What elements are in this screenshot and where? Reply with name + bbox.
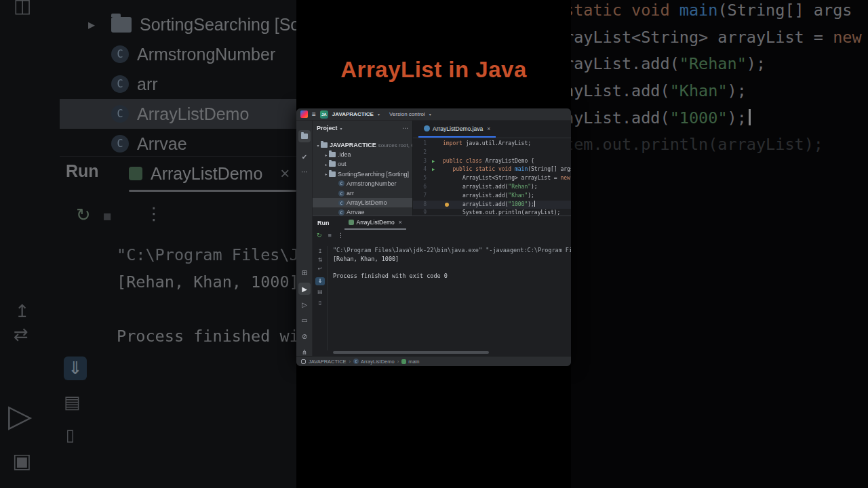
rerun-icon[interactable]: ↻	[317, 232, 322, 239]
project-selector[interactable]: JAVAPRACTICE	[332, 111, 374, 117]
breadcrumb-method[interactable]: main	[408, 359, 419, 365]
run-gutter-icon[interactable]: ▶	[430, 157, 437, 166]
up-icon[interactable]: ↥	[315, 247, 325, 256]
java-file-icon	[424, 125, 430, 131]
chevron-icon: ▸	[88, 16, 111, 33]
chevron-icon: ▾	[315, 143, 321, 148]
stop-icon[interactable]: ■	[328, 232, 332, 239]
print-icon[interactable]: ▤	[315, 288, 325, 296]
code-editor[interactable]: 1import java.util.ArrayList;23▶public cl…	[413, 138, 571, 216]
debug-icon[interactable]: ▷	[298, 298, 311, 310]
folder-icon	[329, 161, 336, 167]
run-tool-icon[interactable]: ▶	[298, 283, 311, 295]
project-tree-item[interactable]: ▸out	[313, 159, 412, 169]
breadcrumb-project[interactable]: JAVAPRACTICE	[309, 359, 347, 365]
close-icon[interactable]: ×	[399, 219, 402, 226]
code-line[interactable]: 7 arrayList.add("Khan");	[413, 192, 571, 201]
run-tab-label: ArrayListDemo	[357, 219, 395, 226]
project-tree-item[interactable]: ▸.idea	[313, 150, 412, 159]
project-tree-item[interactable]: ▾JAVAPRACTICEsources root, C:\	[313, 140, 412, 150]
code-token: );	[747, 54, 766, 73]
code-line[interactable]: 4▶ public static void main(String[] args…	[413, 165, 571, 174]
console-line: [Rehan, Khan, 1000]	[333, 255, 571, 264]
chevron-right-icon: ›	[349, 359, 351, 365]
more-icon[interactable]: ⋮	[338, 232, 344, 239]
folder-icon	[301, 134, 308, 139]
build-icon[interactable]: ⊞	[298, 266, 311, 279]
chevron-down-icon: ▾	[340, 126, 342, 131]
code-token: "1000"	[508, 201, 528, 207]
tree-item-label: ArmstrongNumber	[347, 180, 397, 187]
project-tree-item[interactable]: CArrvae	[313, 207, 412, 216]
editor-tab[interactable]: ArrayListDemo.java ×	[418, 121, 496, 138]
project-icon[interactable]	[298, 130, 311, 142]
down-icon[interactable]: ⇅	[315, 256, 325, 264]
run-tab[interactable]: ArrayListDemo ×	[344, 216, 406, 230]
play-outline-icon: ▷	[8, 397, 32, 434]
project-tree: ▾JAVAPRACTICEsources root, C:\▸.idea▸out…	[313, 136, 412, 216]
code-token: public static void	[452, 166, 515, 172]
console-scrollbar[interactable]	[333, 351, 489, 354]
code-text: System.out.println(arrayList);	[443, 209, 560, 216]
project-panel-header: Project ▾ ⋯	[313, 121, 412, 136]
run-console[interactable]: "C:\Program Files\Java\jdk-22\bin\java.e…	[333, 246, 571, 349]
code-token: public class	[443, 158, 486, 164]
close-icon[interactable]: ×	[487, 125, 490, 132]
code-token: java.util.ArrayList;	[466, 140, 531, 146]
console-toolbar: ↥⇅↵⇓▤▯	[313, 246, 328, 350]
bg-code-line: rayList.add("Rehan");	[571, 54, 766, 73]
folder-icon	[111, 17, 132, 33]
clear-icon[interactable]: ▯	[315, 299, 325, 307]
code-token: "1000"	[670, 108, 728, 127]
swap-icon: ⇄	[14, 324, 28, 345]
code-line[interactable]: 1import java.util.ArrayList;	[413, 140, 571, 148]
code-line[interactable]: 3▶public class ArrayListDemo {	[413, 157, 571, 166]
chevron-right-icon: ›	[397, 359, 399, 365]
project-tree-item[interactable]: CArmstrongNumber	[313, 179, 412, 188]
project-panel-title[interactable]: Project	[317, 125, 338, 131]
active-tab-indicator	[129, 190, 296, 192]
divider	[60, 156, 296, 157]
scroll-end-icon[interactable]: ⇓	[315, 277, 325, 285]
run-config-icon	[349, 220, 354, 225]
tree-item-label: arr	[137, 75, 158, 94]
code-token: (String[] args	[717, 1, 852, 20]
run-panel: Run ArrayListDemo × ↻■⋮ ↥⇅↵⇓▤▯ "C:\Progr…	[313, 216, 571, 356]
code-token: new	[560, 175, 570, 181]
code-line[interactable]: 2	[413, 148, 571, 157]
hamburger-menu-icon[interactable]: ≡	[312, 110, 316, 118]
softwrap-icon[interactable]: ↵	[315, 265, 325, 273]
run-panel-header: Run ArrayListDemo ×	[313, 216, 571, 230]
code-token: ayList.add(	[571, 108, 670, 127]
bg-console-line: "C:\Program Files\J	[117, 245, 296, 264]
folder-icon	[329, 152, 336, 157]
code-text: arrayList.add("Khan");	[443, 192, 534, 201]
code-line[interactable]: 5 ArrayList<String> arrayList = new	[413, 174, 571, 183]
breadcrumb-class[interactable]: ArrayListDemo	[361, 359, 395, 365]
code-token: );	[728, 81, 747, 100]
project-tree-item[interactable]: ▸SortingSearching [Sorting]	[313, 169, 412, 179]
run-gutter-icon[interactable]: ▶	[430, 165, 437, 174]
code-line[interactable]: 8 arrayList.add("1000");	[413, 201, 571, 209]
code-token: static void	[571, 1, 679, 20]
tree-item-label: Arrvae	[137, 134, 187, 154]
background-left: ▸SortingSearching [SoCArmstrongNumberCar…	[0, 0, 296, 488]
chevron-icon: ▸	[323, 152, 329, 157]
class-icon: C	[338, 200, 344, 206]
code-text: public class ArrayListDemo {	[443, 157, 534, 166]
commit-icon[interactable]: ✔	[298, 150, 311, 163]
problems-icon[interactable]: ⊘	[298, 330, 311, 342]
code-line[interactable]: 6 arrayList.add("Rehan");	[413, 183, 571, 192]
project-tree-item[interactable]: CArrayListDemo	[313, 198, 412, 207]
bg-tree-item: CArrvae	[60, 129, 296, 159]
vcs-widget[interactable]: Version control	[389, 111, 425, 117]
run-panel-title[interactable]: Run	[317, 220, 330, 226]
code-token: import	[443, 140, 466, 146]
more-tools-icon[interactable]: ⋯	[298, 165, 311, 178]
up-icon: ↥	[15, 301, 30, 322]
project-tree-item[interactable]: Carr	[313, 188, 412, 198]
code-line[interactable]: 9 System.out.println(arrayList);	[413, 209, 571, 216]
more-icon[interactable]: ⋯	[402, 125, 408, 131]
terminal-icon[interactable]: ▭	[298, 314, 311, 326]
tree-item-label: SortingSearching [So	[140, 15, 296, 35]
